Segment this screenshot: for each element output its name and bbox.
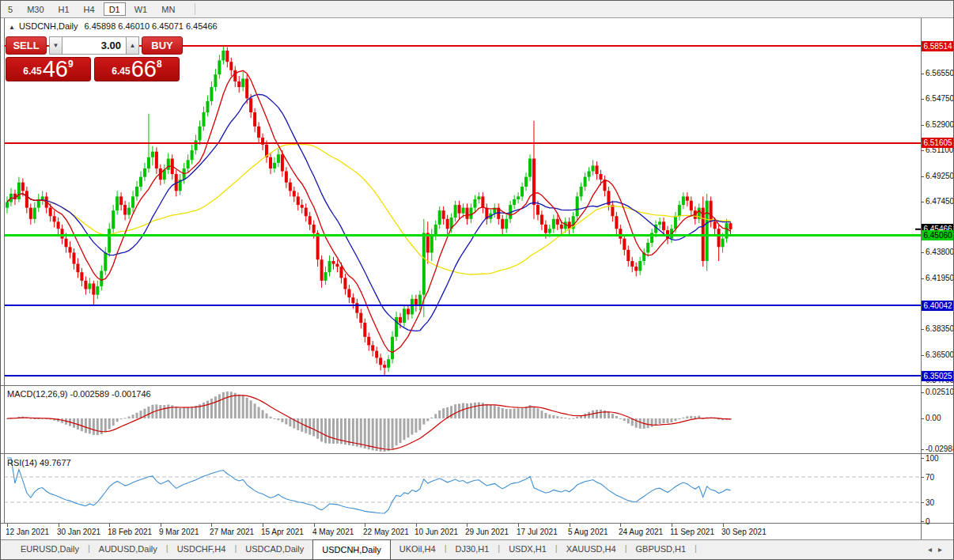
date-axis-tick xyxy=(620,524,621,527)
rsi-axis-label: 70 xyxy=(926,473,934,482)
sell-button[interactable]: SELL xyxy=(6,36,47,55)
timeframe-toolbar: 5M30H1H4D1W1MN xyxy=(1,1,953,18)
timeframe-button-h4[interactable]: H4 xyxy=(78,2,100,16)
chart-tab-xauusd[interactable]: XAUUSD,H4 xyxy=(558,540,625,560)
plot-left-border xyxy=(4,18,5,523)
date-axis-label: 10 Jun 2021 xyxy=(415,528,458,536)
collapse-panel-icon[interactable]: ▲ xyxy=(9,24,15,31)
rsi-indicator-panel[interactable] xyxy=(1,454,921,523)
date-axis-label: 15 Apr 2021 xyxy=(261,528,304,536)
buy-price-pips: 66 xyxy=(131,59,157,79)
price-level-badge: 6.40042 xyxy=(922,301,954,311)
macd-axis-label: 0.025108 xyxy=(926,388,954,396)
rsi-axis-label: 0 xyxy=(926,517,930,526)
price-axis-tick xyxy=(921,125,924,126)
date-axis-tick xyxy=(314,524,315,527)
price-level-badge: 6.58514 xyxy=(922,41,954,51)
chart-tab-usdcnh[interactable]: USDCNH,Daily xyxy=(312,539,391,560)
date-axis-tick xyxy=(365,524,365,527)
buy-button[interactable]: BUY xyxy=(142,36,183,55)
date-axis-label: 4 May 2021 xyxy=(312,528,354,536)
sell-price-tile[interactable]: 6.45 46 9 xyxy=(6,57,91,81)
date-axis-tick xyxy=(263,524,263,527)
chart-ohlc-values: 6.45898 6.46010 6.45071 6.45466 xyxy=(84,21,217,31)
rsi-axis-tick xyxy=(921,458,924,459)
price-level-badge: 6.35025 xyxy=(922,371,954,381)
tab-scroll-left-icon[interactable]: ◂ xyxy=(928,545,938,554)
price-axis-tick xyxy=(921,74,924,74)
lot-decrease-button[interactable]: ▼ xyxy=(49,36,62,55)
chart-symbol-label: USDCNH,Daily xyxy=(19,21,78,31)
price-axis-tick xyxy=(921,278,924,279)
price-axis-tick xyxy=(921,355,924,356)
price-axis-label: 6.36500 xyxy=(926,350,954,359)
price-level-badge: 6.45060 xyxy=(922,230,954,240)
date-axis-tick xyxy=(211,524,212,527)
chart-tab-usdcad[interactable]: USDCAD,Daily xyxy=(237,540,312,560)
date-axis-label: 12 Jan 2021 xyxy=(6,528,49,536)
price-axis-tick xyxy=(921,176,924,177)
price-axis-tick xyxy=(921,252,924,253)
date-axis-label: 30 Sep 2021 xyxy=(721,528,767,536)
chart-tab-dj30[interactable]: DJ30,H1 xyxy=(446,540,498,560)
price-axis-label: 6.56550 xyxy=(926,69,954,78)
date-axis-tick xyxy=(723,524,724,527)
rsi-label: RSI(14) 49.7677 xyxy=(7,458,71,467)
macd-label: MACD(12,26,9) -0.002589 -0.001746 xyxy=(7,389,151,399)
price-axis-label: 6.38350 xyxy=(926,324,954,333)
tab-scroll-right-icon[interactable]: ▸ xyxy=(938,545,948,554)
lot-size-input[interactable] xyxy=(62,36,126,55)
date-axis-tick xyxy=(570,524,570,527)
price-axis-label: 6.49250 xyxy=(926,172,954,180)
lot-increase-button[interactable]: ▲ xyxy=(126,36,139,55)
one-click-trading-panel: SELL ▼ ▲ BUY 6.45 46 9 6.45 66 8 xyxy=(6,36,183,81)
tab-nav-arrows: ◂▸ xyxy=(928,545,948,554)
price-axis-label: 6.43800 xyxy=(926,248,954,256)
rsi-axis-tick xyxy=(921,521,924,522)
timeframe-button-5[interactable]: 5 xyxy=(2,2,18,16)
rsi-axis-tick xyxy=(921,477,924,478)
panel-separator[interactable] xyxy=(1,453,954,454)
buy-price-pipette: 8 xyxy=(157,59,162,70)
panel-separator xyxy=(1,523,954,524)
timeframe-button-m30[interactable]: M30 xyxy=(21,2,49,16)
rsi-axis-label: 30 xyxy=(926,498,934,507)
panel-separator[interactable] xyxy=(1,385,954,386)
date-axis-label: 11 Sep 2021 xyxy=(670,528,714,536)
date-axis-label: 29 Jun 2021 xyxy=(465,528,509,536)
sell-price-base: 6.45 xyxy=(23,66,41,77)
chart-tab-usdchf[interactable]: USDCHF,H4 xyxy=(168,540,235,560)
price-axis-tick xyxy=(921,99,924,100)
date-axis-tick xyxy=(518,524,519,527)
timeframe-button-h1[interactable]: H1 xyxy=(53,2,75,16)
price-axis-label: 6.41950 xyxy=(926,274,954,282)
date-axis-label: 27 Mar 2021 xyxy=(210,528,254,536)
chart-tab-usdx[interactable]: USDX,H1 xyxy=(500,540,555,560)
price-axis-tick xyxy=(921,202,924,202)
sell-price-pipette: 9 xyxy=(68,59,74,70)
price-axis-label: 6.54750 xyxy=(926,94,954,103)
rsi-axis-label: 100 xyxy=(926,454,939,463)
chart-tab-audusd[interactable]: AUDUSD,Daily xyxy=(90,540,166,560)
timeframe-button-mn[interactable]: MN xyxy=(156,2,180,16)
chart-tab-ukoil[interactable]: UKOil,H4 xyxy=(391,540,445,560)
buy-price-base: 6.45 xyxy=(112,66,130,77)
timeframe-button-w1[interactable]: W1 xyxy=(129,2,153,16)
date-axis-tick xyxy=(7,524,8,527)
chart-tab-gbpusd[interactable]: GBPUSD,H1 xyxy=(627,540,695,560)
macd-axis-tick xyxy=(921,418,924,419)
timeframe-button-d1[interactable]: D1 xyxy=(104,2,126,16)
date-axis-tick xyxy=(416,524,417,527)
chart-tab-eurusd[interactable]: EURUSD,Daily xyxy=(12,540,88,560)
date-axis-tick xyxy=(161,524,161,527)
price-axis-label: 6.52900 xyxy=(926,120,954,129)
date-axis-label: 18 Feb 2021 xyxy=(108,528,152,536)
date-axis-label: 5 Aug 2021 xyxy=(568,528,608,536)
date-axis-tick xyxy=(109,524,110,527)
date-axis-tick xyxy=(59,524,59,527)
price-axis-tick xyxy=(921,150,924,151)
macd-axis-label: 0.00 xyxy=(926,414,941,422)
date-axis-label: 22 May 2021 xyxy=(363,528,409,536)
buy-price-tile[interactable]: 6.45 66 8 xyxy=(94,57,180,81)
lot-size-stepper: ▼ ▲ xyxy=(49,36,139,55)
